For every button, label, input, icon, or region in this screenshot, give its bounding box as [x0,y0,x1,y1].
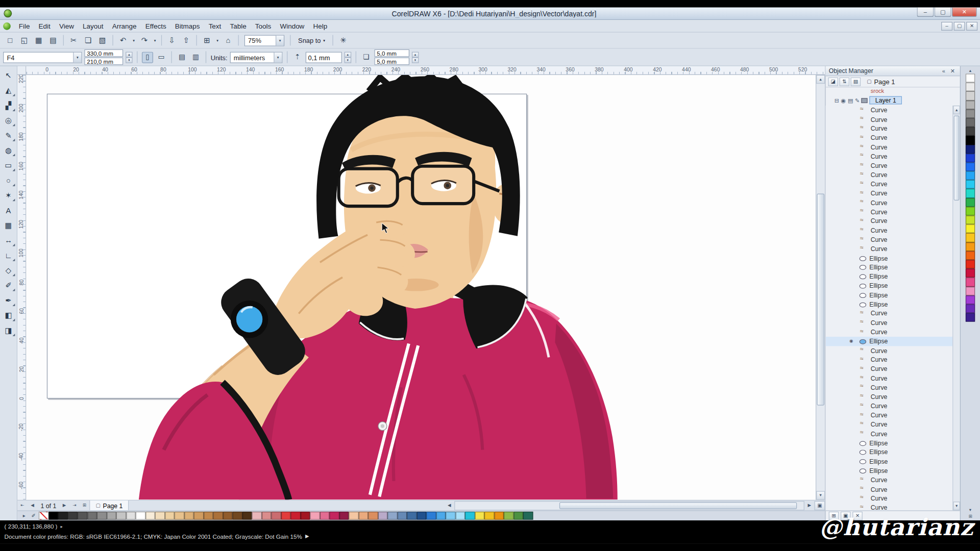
color-swatch[interactable] [310,512,320,520]
object-row[interactable]: Curve [826,235,953,244]
object-row[interactable]: Curve [826,216,953,226]
menu-bitmaps[interactable]: Bitmaps [170,21,204,31]
docker-close-icon[interactable]: ✕ [948,68,957,74]
color-swatch[interactable] [513,512,523,520]
color-swatch[interactable] [78,512,87,520]
application-menu-icon[interactable] [3,22,11,30]
next-page-button[interactable]: ▶ [59,500,69,510]
redo-icon[interactable]: ↷ [137,34,151,46]
object-row[interactable]: Curve [826,207,953,216]
document-close-button[interactable]: ✕ [966,21,977,30]
first-page-button[interactable]: ⇤ [17,500,28,510]
object-row[interactable]: Ellipse [826,272,953,281]
print-icon[interactable]: ▤ [46,34,60,46]
horizontal-scroll-thumb[interactable] [559,502,797,509]
color-swatch[interactable] [966,118,975,127]
import-icon[interactable]: ⇩ [165,34,179,46]
canvas[interactable] [26,75,816,500]
color-swatch[interactable] [966,286,975,295]
menu-help[interactable]: Help [309,21,332,31]
scroll-left-icon[interactable]: ◀ [445,500,455,510]
color-swatch[interactable] [426,512,436,520]
pick-tool[interactable]: ↖ [1,68,16,82]
color-swatch[interactable] [329,512,339,520]
color-swatch[interactable] [136,512,145,520]
object-row[interactable]: Curve [826,503,953,510]
object-row[interactable]: Curve [826,152,953,161]
page-size-spinner[interactable]: ▴▾ [126,52,132,63]
object-row[interactable]: Ellipse [826,299,953,309]
color-swatch[interactable] [966,127,975,136]
page-height-input[interactable]: 210,0 mm [84,58,123,65]
parallel-dimension-tool[interactable]: ↔ [1,233,16,247]
snap-to-button[interactable]: Snap to ▾ [294,35,330,46]
freehand-tool[interactable]: ✎ [1,128,16,142]
vertical-scrollbar[interactable]: ▲ ▼ [816,75,825,500]
palette-scroll-down-icon[interactable]: ▾ [966,506,975,513]
color-swatch[interactable] [339,512,349,520]
object-list-scrollbar[interactable]: ▲ ▼ [952,106,960,510]
duplicate-spinner[interactable]: ▴▾ [412,52,419,63]
color-swatch[interactable] [966,269,975,278]
scroll-right-icon[interactable]: ▶ [804,500,815,510]
color-swatch[interactable] [966,162,975,171]
zoom-tool[interactable]: ◎ [1,113,16,128]
object-row[interactable]: Curve [826,475,953,485]
rectangle-tool[interactable]: ▭ [1,158,16,172]
color-swatch[interactable] [155,512,165,520]
vertical-scroll-track[interactable] [816,84,825,491]
text-tool[interactable]: A [1,203,16,217]
edit-across-layers-icon[interactable]: ⇅ [839,77,849,86]
object-row[interactable]: Curve [826,494,953,503]
object-row[interactable]: Curve [826,364,953,373]
object-row[interactable]: Ellipse [826,447,953,457]
color-swatch[interactable] [455,512,465,520]
units-combobox[interactable]: millimeters ▾ [230,52,282,63]
undo-icon[interactable]: ↶ [116,34,130,46]
show-object-properties-icon[interactable]: ◪ [828,77,838,86]
color-swatch[interactable] [966,180,975,189]
close-button[interactable]: ✕ [952,8,977,17]
object-row[interactable]: Curve [826,392,953,402]
color-swatch[interactable] [281,512,290,520]
nudge-spinner[interactable]: ▴▾ [345,52,351,63]
connector-tool[interactable]: ∟ [1,248,16,262]
palette-menu-icon[interactable]: ▸ [20,512,28,520]
chevron-down-icon[interactable]: ▾ [274,52,282,62]
color-swatch[interactable] [126,512,136,520]
color-swatch[interactable] [378,512,387,520]
color-swatch[interactable] [48,512,58,520]
color-swatch[interactable] [320,512,329,520]
color-swatch[interactable] [145,512,155,520]
page-size-preset-combobox[interactable]: F4 ▾ [3,52,82,63]
color-swatch[interactable] [966,189,975,197]
object-row[interactable]: Curve [826,170,953,180]
expand-arrow-icon[interactable]: ▶ [305,534,309,539]
object-row[interactable]: Curve [826,244,953,254]
page-tab[interactable]: ▢ Page 1 [89,500,129,511]
color-swatch[interactable] [194,512,204,520]
color-swatch[interactable] [368,512,378,520]
chevron-down-icon[interactable]: ▾ [73,52,81,62]
application-launcher-dropdown-icon[interactable]: ▾ [214,34,220,46]
color-swatch[interactable] [213,512,223,520]
color-swatch[interactable] [966,295,975,304]
ellipse-tool[interactable]: ○ [1,173,16,187]
object-row[interactable]: Ellipse [826,337,953,346]
color-swatch[interactable] [966,313,975,322]
scroll-down-icon[interactable]: ▼ [816,491,825,499]
color-swatch[interactable] [68,512,78,520]
object-row[interactable]: Curve [826,411,953,420]
object-row[interactable]: Curve [826,318,953,328]
color-swatch[interactable] [58,512,68,520]
color-swatch[interactable] [358,512,368,520]
duplicate-x-input[interactable]: 5,0 mm [374,49,409,57]
object-row[interactable]: Curve [826,161,953,170]
vertical-ruler[interactable]: 220200180160140120100806040200-20-40-60 [17,75,26,500]
export-icon[interactable]: ⇧ [179,34,193,46]
object-row[interactable]: Curve [826,142,953,152]
color-swatch[interactable] [252,512,261,520]
color-swatch[interactable] [107,512,116,520]
color-swatch[interactable] [261,512,271,520]
color-swatch[interactable] [966,73,975,82]
